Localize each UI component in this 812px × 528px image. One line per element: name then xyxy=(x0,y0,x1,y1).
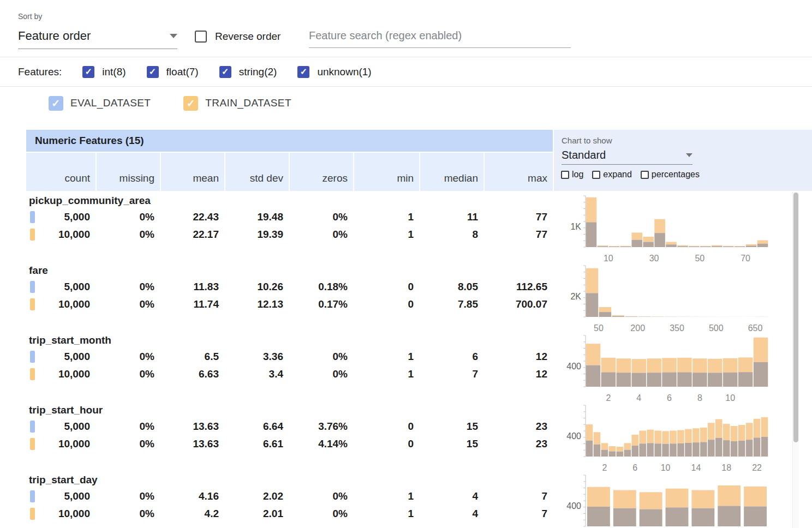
eval-dataset-marker xyxy=(30,421,35,433)
stat-value: 1 xyxy=(354,211,419,223)
stat-value: 19.39 xyxy=(225,229,289,241)
stat-value: 0% xyxy=(97,298,160,310)
svg-text:1K: 1K xyxy=(570,222,581,231)
stat-value: 6.64 xyxy=(225,421,289,433)
sort-by-value: Feature order xyxy=(18,29,91,43)
svg-text:400: 400 xyxy=(566,362,581,371)
checkbox-checked-icon[interactable]: ✓ xyxy=(147,66,159,78)
train-dataset-marker xyxy=(30,298,35,310)
feature-block: pickup_community_area5,0000%22.4319.480%… xyxy=(26,192,812,262)
checkbox-unchecked-icon[interactable] xyxy=(561,171,569,179)
column-header: std dev xyxy=(225,153,289,191)
stat-value: 700.07 xyxy=(485,298,553,310)
stat-value: 10.26 xyxy=(225,281,289,293)
stat-value: 0 xyxy=(354,438,419,450)
stat-value: 4 xyxy=(420,508,483,520)
stat-value: 10,000 xyxy=(26,229,95,241)
feature-type-filter[interactable]: ✓int(8) xyxy=(82,66,126,78)
table-title: Numeric Features (15) xyxy=(26,130,553,152)
dataset-name: TRAIN_DATASET xyxy=(205,97,291,109)
dataset-checkbox-icon[interactable]: ✓ xyxy=(49,96,63,111)
stat-value: 0 xyxy=(354,298,419,310)
stat-value: 0% xyxy=(97,421,160,433)
chart-toggle-expand[interactable]: expand xyxy=(592,170,632,179)
column-header: count xyxy=(26,153,95,191)
dataset-checkbox-icon[interactable]: ✓ xyxy=(183,96,198,111)
stat-value: 12 xyxy=(485,351,553,363)
stats-row-train: 10,0000%4.22.010%147 xyxy=(26,505,553,523)
stat-value: 10,000 xyxy=(26,508,95,520)
stat-value: 0% xyxy=(97,281,160,293)
feature-type-label: float(7) xyxy=(166,66,199,78)
checkbox-checked-icon[interactable]: ✓ xyxy=(297,66,309,78)
feature-search xyxy=(309,26,571,48)
chart-controls-panel: Chart to show Standard logexpandpercenta… xyxy=(554,130,812,191)
stat-value: 10,000 xyxy=(26,368,95,380)
svg-text:2K: 2K xyxy=(570,292,581,301)
stat-value: 0% xyxy=(290,229,353,241)
stat-value: 7 xyxy=(485,508,553,520)
checkbox-unchecked-icon[interactable] xyxy=(641,171,649,179)
stat-value: 3.76% xyxy=(290,421,353,433)
eval-dataset-marker xyxy=(30,281,35,293)
stat-value: 5,000 xyxy=(26,490,95,502)
column-header: mean xyxy=(161,153,224,191)
chart-toggle-label: percentages xyxy=(652,170,700,179)
stat-value: 6.5 xyxy=(161,351,224,363)
train-dataset-marker xyxy=(30,438,35,450)
feature-block: trip_start_month5,0000%6.53.360%161210,0… xyxy=(26,332,812,401)
stat-value: 5,000 xyxy=(26,211,95,223)
stat-value: 4.2 xyxy=(161,508,224,520)
chart-toggle-log[interactable]: log xyxy=(561,170,583,179)
stats-row-eval: 5,0000%22.4319.480%11177 xyxy=(26,208,553,226)
checkbox-checked-icon[interactable]: ✓ xyxy=(82,66,94,78)
stat-value: 12.13 xyxy=(225,298,289,310)
stat-value: 22.17 xyxy=(161,229,224,241)
stat-value: 0% xyxy=(290,508,353,520)
stat-value: 8.05 xyxy=(420,281,483,293)
stat-value: 112.65 xyxy=(485,281,553,293)
stat-value: 22.43 xyxy=(161,211,224,223)
feature-type-filter[interactable]: ✓float(7) xyxy=(147,66,199,78)
stat-value: 23 xyxy=(485,421,553,433)
scrollbar-thumb[interactable] xyxy=(793,193,798,442)
chart-toggle-percentages[interactable]: percentages xyxy=(641,170,700,179)
stats-row-train: 10,0000%22.1719.390%1877 xyxy=(26,226,553,243)
svg-text:400: 400 xyxy=(566,431,581,441)
search-input[interactable] xyxy=(309,26,571,48)
stat-value: 0.17% xyxy=(290,298,353,310)
stat-value: 0% xyxy=(97,490,160,502)
histogram-chart: 2K50200350500650 xyxy=(556,265,796,337)
stats-row-eval: 5,0000%6.53.360%1612 xyxy=(26,348,553,365)
reverse-order-toggle[interactable]: Reverse order xyxy=(195,31,280,43)
stat-value: 8 xyxy=(420,229,483,241)
stat-value: 10,000 xyxy=(26,438,95,450)
feature-type-label: unknown(1) xyxy=(317,66,371,78)
checkbox-checked-icon[interactable]: ✓ xyxy=(219,66,231,78)
stat-value: 0 xyxy=(354,421,419,433)
chart-type-dropdown[interactable]: Standard xyxy=(562,149,692,165)
chart-to-show-label: Chart to show xyxy=(562,136,812,145)
sort-by-label: Sort by xyxy=(18,12,42,21)
feature-type-filter[interactable]: ✓string(2) xyxy=(219,66,277,78)
dataset-toggle[interactable]: ✓TRAIN_DATASET xyxy=(183,96,291,111)
column-header: median xyxy=(420,153,483,191)
sort-by-dropdown[interactable]: Feature order xyxy=(18,25,177,49)
stat-value: 0% xyxy=(97,368,160,380)
stat-value: 0% xyxy=(97,211,160,223)
stat-value: 1 xyxy=(354,351,419,363)
checkbox-unchecked-icon[interactable] xyxy=(592,171,600,179)
column-header: max xyxy=(485,153,553,191)
stat-value: 10,000 xyxy=(26,298,95,310)
stat-value: 5,000 xyxy=(26,421,95,433)
histogram-chart: 400 xyxy=(556,475,796,528)
reverse-order-checkbox[interactable] xyxy=(195,31,207,43)
stat-value: 1 xyxy=(354,229,419,241)
features-label: Features: xyxy=(18,66,62,78)
stats-row-eval: 5,0000%11.8310.260.18%08.05112.65 xyxy=(26,278,553,296)
dataset-toggle[interactable]: ✓EVAL_DATASET xyxy=(49,96,151,111)
feature-type-filter[interactable]: ✓unknown(1) xyxy=(297,66,371,78)
stat-value: 0% xyxy=(290,368,353,380)
stat-value: 4.16 xyxy=(161,490,224,502)
column-header: min xyxy=(354,153,419,191)
